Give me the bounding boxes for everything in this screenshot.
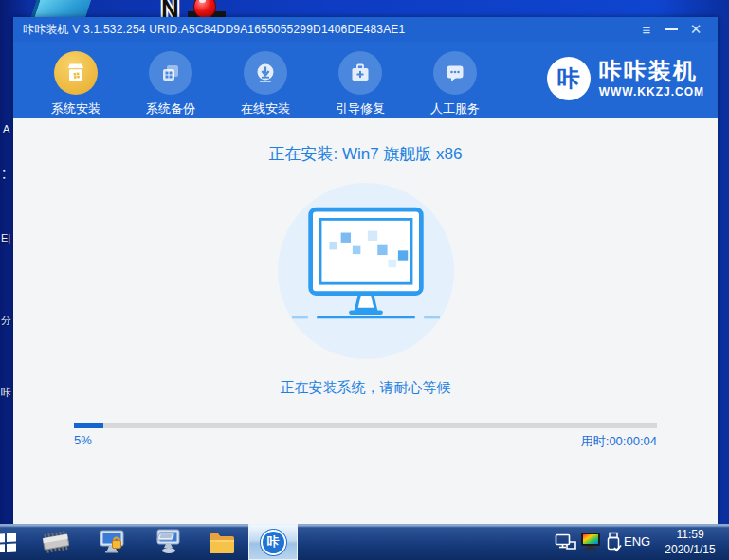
nav-item-system-install[interactable]: 系统安装 (38, 51, 114, 117)
nav-label: 在线安装 (241, 100, 290, 117)
nav-item-online-install[interactable]: 在线安装 (228, 51, 303, 117)
chat-bubble-icon (433, 51, 477, 95)
installing-title: 正在安装: Win7 旗舰版 x86 (13, 143, 718, 165)
tray-network-icon[interactable] (555, 533, 577, 554)
close-icon[interactable]: ✕ (683, 19, 708, 40)
brand-name: 咔咔装机 (599, 60, 704, 82)
nav-item-boot-repair[interactable]: 引导修复 (322, 51, 398, 117)
desktop-fragment: ▪ ▪ (3, 167, 5, 182)
clock-date: 2020/1/15 (661, 542, 720, 557)
tray-language-indicator[interactable]: ENG (624, 534, 650, 549)
titlebar: 咔咔装机 V 3.1.532.254 URID:A5C84DD9A1655055… (13, 17, 718, 42)
monitor-illustration (278, 183, 454, 359)
backup-layers-icon (149, 51, 192, 95)
clock-time: 11:59 (661, 527, 720, 542)
elapsed-time-label: 用时:00:00:04 (581, 433, 657, 450)
desktop-fragment: A (3, 125, 9, 133)
tray-clock[interactable]: 11:59 2020/1/15 (661, 527, 720, 557)
desktop-icon-display[interactable] (30, 0, 93, 19)
toolbox-plus-icon (338, 51, 382, 95)
window-title: 咔咔装机 V 3.1.532.254 URID:A5C84DD9A1655055… (23, 22, 634, 38)
monitor-illustration-svg (290, 201, 442, 341)
desktop-fragment: E| (1, 234, 10, 242)
nav-label: 人工服务 (430, 100, 480, 117)
menu-icon[interactable]: ≡ (634, 19, 659, 40)
brand-site-url: WWW.KKZJ.COM (599, 85, 704, 99)
kaka-logo-icon: 咔 (547, 57, 591, 100)
nav-item-system-backup[interactable]: 系统备份 (133, 51, 209, 117)
taskbar-pc-lock-icon[interactable] (97, 529, 129, 559)
kaka-taskbar-icon: 咔 (261, 530, 286, 555)
navbar: 系统安装 系统备份 (13, 42, 718, 118)
main-content: 正在安装: Win7 旗舰版 x86 (13, 118, 718, 524)
nav-item-customer-service[interactable]: 人工服务 (417, 51, 493, 117)
install-box-icon (54, 51, 98, 95)
tray-display-color-icon[interactable] (580, 532, 601, 554)
status-text: 正在安装系统，请耐心等候 (13, 379, 718, 397)
progress-bar (74, 423, 657, 428)
taskbar-remote-desktop-icon[interactable] (152, 529, 184, 559)
start-button[interactable] (0, 532, 17, 556)
taskbar-kaka-installer-button[interactable]: 咔 (248, 524, 298, 560)
nav-label: 系统备份 (146, 100, 195, 117)
download-icon (244, 51, 287, 95)
installer-window: 咔咔装机 V 3.1.532.254 URID:A5C84DD9A1655055… (13, 17, 718, 524)
progress-fill (74, 423, 103, 428)
desktop-fragment: 咔 (1, 388, 11, 396)
taskbar: 咔 ENG (0, 524, 729, 560)
taskbar-chip-icon[interactable] (40, 529, 72, 559)
taskbar-folder-icon[interactable] (207, 531, 237, 559)
progress-percent-label: 5% (74, 433, 92, 450)
nav-label: 系统安装 (51, 100, 100, 117)
nav-label: 引导修复 (336, 100, 385, 117)
minimize-icon[interactable] (659, 19, 683, 40)
brand-logo: 咔 咔咔装机 WWW.KKZJ.COM (547, 51, 704, 100)
tray-usb-icon[interactable] (605, 532, 622, 556)
